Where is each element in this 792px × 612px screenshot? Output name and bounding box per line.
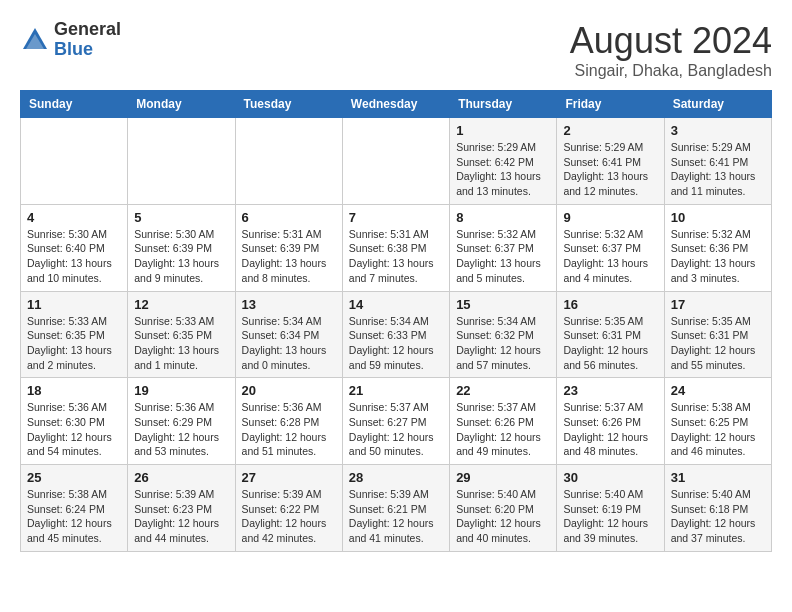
calendar-cell: 16Sunrise: 5:35 AMSunset: 6:31 PMDayligh…	[557, 291, 664, 378]
day-detail: Sunrise: 5:34 AMSunset: 6:33 PMDaylight:…	[349, 314, 443, 373]
day-detail: Sunrise: 5:39 AMSunset: 6:21 PMDaylight:…	[349, 487, 443, 546]
calendar-cell: 6Sunrise: 5:31 AMSunset: 6:39 PMDaylight…	[235, 204, 342, 291]
day-detail: Sunrise: 5:35 AMSunset: 6:31 PMDaylight:…	[671, 314, 765, 373]
day-detail: Sunrise: 5:37 AMSunset: 6:27 PMDaylight:…	[349, 400, 443, 459]
calendar-cell: 9Sunrise: 5:32 AMSunset: 6:37 PMDaylight…	[557, 204, 664, 291]
day-number: 30	[563, 470, 657, 485]
day-number: 22	[456, 383, 550, 398]
day-detail: Sunrise: 5:32 AMSunset: 6:37 PMDaylight:…	[563, 227, 657, 286]
location: Singair, Dhaka, Bangladesh	[570, 62, 772, 80]
calendar-cell: 23Sunrise: 5:37 AMSunset: 6:26 PMDayligh…	[557, 378, 664, 465]
calendar-cell: 11Sunrise: 5:33 AMSunset: 6:35 PMDayligh…	[21, 291, 128, 378]
day-number: 25	[27, 470, 121, 485]
day-number: 3	[671, 123, 765, 138]
day-detail: Sunrise: 5:40 AMSunset: 6:18 PMDaylight:…	[671, 487, 765, 546]
calendar-cell	[128, 118, 235, 205]
day-number: 29	[456, 470, 550, 485]
calendar-cell	[342, 118, 449, 205]
day-detail: Sunrise: 5:29 AMSunset: 6:41 PMDaylight:…	[563, 140, 657, 199]
day-number: 21	[349, 383, 443, 398]
calendar-table: SundayMondayTuesdayWednesdayThursdayFrid…	[20, 90, 772, 552]
day-detail: Sunrise: 5:32 AMSunset: 6:37 PMDaylight:…	[456, 227, 550, 286]
day-number: 5	[134, 210, 228, 225]
day-detail: Sunrise: 5:29 AMSunset: 6:41 PMDaylight:…	[671, 140, 765, 199]
week-row-2: 4Sunrise: 5:30 AMSunset: 6:40 PMDaylight…	[21, 204, 772, 291]
calendar-cell: 27Sunrise: 5:39 AMSunset: 6:22 PMDayligh…	[235, 465, 342, 552]
day-number: 23	[563, 383, 657, 398]
day-detail: Sunrise: 5:29 AMSunset: 6:42 PMDaylight:…	[456, 140, 550, 199]
calendar-cell: 21Sunrise: 5:37 AMSunset: 6:27 PMDayligh…	[342, 378, 449, 465]
calendar-cell: 24Sunrise: 5:38 AMSunset: 6:25 PMDayligh…	[664, 378, 771, 465]
calendar-cell: 26Sunrise: 5:39 AMSunset: 6:23 PMDayligh…	[128, 465, 235, 552]
day-detail: Sunrise: 5:35 AMSunset: 6:31 PMDaylight:…	[563, 314, 657, 373]
week-row-1: 1Sunrise: 5:29 AMSunset: 6:42 PMDaylight…	[21, 118, 772, 205]
weekday-header-thursday: Thursday	[450, 91, 557, 118]
calendar-cell: 5Sunrise: 5:30 AMSunset: 6:39 PMDaylight…	[128, 204, 235, 291]
calendar-cell: 19Sunrise: 5:36 AMSunset: 6:29 PMDayligh…	[128, 378, 235, 465]
day-detail: Sunrise: 5:39 AMSunset: 6:22 PMDaylight:…	[242, 487, 336, 546]
day-detail: Sunrise: 5:36 AMSunset: 6:29 PMDaylight:…	[134, 400, 228, 459]
day-detail: Sunrise: 5:36 AMSunset: 6:28 PMDaylight:…	[242, 400, 336, 459]
day-detail: Sunrise: 5:30 AMSunset: 6:40 PMDaylight:…	[27, 227, 121, 286]
day-number: 10	[671, 210, 765, 225]
day-detail: Sunrise: 5:37 AMSunset: 6:26 PMDaylight:…	[563, 400, 657, 459]
day-detail: Sunrise: 5:38 AMSunset: 6:24 PMDaylight:…	[27, 487, 121, 546]
calendar-cell: 25Sunrise: 5:38 AMSunset: 6:24 PMDayligh…	[21, 465, 128, 552]
calendar-cell: 15Sunrise: 5:34 AMSunset: 6:32 PMDayligh…	[450, 291, 557, 378]
calendar-cell: 17Sunrise: 5:35 AMSunset: 6:31 PMDayligh…	[664, 291, 771, 378]
day-number: 20	[242, 383, 336, 398]
weekday-header-friday: Friday	[557, 91, 664, 118]
day-number: 2	[563, 123, 657, 138]
day-number: 17	[671, 297, 765, 312]
day-detail: Sunrise: 5:31 AMSunset: 6:39 PMDaylight:…	[242, 227, 336, 286]
calendar-cell: 2Sunrise: 5:29 AMSunset: 6:41 PMDaylight…	[557, 118, 664, 205]
day-number: 12	[134, 297, 228, 312]
day-number: 27	[242, 470, 336, 485]
day-detail: Sunrise: 5:31 AMSunset: 6:38 PMDaylight:…	[349, 227, 443, 286]
day-number: 18	[27, 383, 121, 398]
weekday-header-saturday: Saturday	[664, 91, 771, 118]
day-number: 16	[563, 297, 657, 312]
calendar-cell: 4Sunrise: 5:30 AMSunset: 6:40 PMDaylight…	[21, 204, 128, 291]
page-header: General Blue August 2024 Singair, Dhaka,…	[20, 20, 772, 80]
week-row-5: 25Sunrise: 5:38 AMSunset: 6:24 PMDayligh…	[21, 465, 772, 552]
calendar-cell: 3Sunrise: 5:29 AMSunset: 6:41 PMDaylight…	[664, 118, 771, 205]
day-number: 4	[27, 210, 121, 225]
calendar-cell: 18Sunrise: 5:36 AMSunset: 6:30 PMDayligh…	[21, 378, 128, 465]
weekday-header-tuesday: Tuesday	[235, 91, 342, 118]
weekday-header-row: SundayMondayTuesdayWednesdayThursdayFrid…	[21, 91, 772, 118]
day-detail: Sunrise: 5:34 AMSunset: 6:34 PMDaylight:…	[242, 314, 336, 373]
calendar-cell: 22Sunrise: 5:37 AMSunset: 6:26 PMDayligh…	[450, 378, 557, 465]
week-row-3: 11Sunrise: 5:33 AMSunset: 6:35 PMDayligh…	[21, 291, 772, 378]
day-number: 6	[242, 210, 336, 225]
day-number: 24	[671, 383, 765, 398]
calendar-cell: 30Sunrise: 5:40 AMSunset: 6:19 PMDayligh…	[557, 465, 664, 552]
day-number: 1	[456, 123, 550, 138]
calendar-cell: 1Sunrise: 5:29 AMSunset: 6:42 PMDaylight…	[450, 118, 557, 205]
calendar-cell: 31Sunrise: 5:40 AMSunset: 6:18 PMDayligh…	[664, 465, 771, 552]
day-detail: Sunrise: 5:33 AMSunset: 6:35 PMDaylight:…	[134, 314, 228, 373]
day-number: 13	[242, 297, 336, 312]
day-detail: Sunrise: 5:39 AMSunset: 6:23 PMDaylight:…	[134, 487, 228, 546]
day-number: 14	[349, 297, 443, 312]
day-number: 11	[27, 297, 121, 312]
day-number: 7	[349, 210, 443, 225]
day-number: 8	[456, 210, 550, 225]
day-number: 31	[671, 470, 765, 485]
day-detail: Sunrise: 5:33 AMSunset: 6:35 PMDaylight:…	[27, 314, 121, 373]
day-detail: Sunrise: 5:40 AMSunset: 6:20 PMDaylight:…	[456, 487, 550, 546]
day-detail: Sunrise: 5:38 AMSunset: 6:25 PMDaylight:…	[671, 400, 765, 459]
day-detail: Sunrise: 5:30 AMSunset: 6:39 PMDaylight:…	[134, 227, 228, 286]
day-number: 26	[134, 470, 228, 485]
calendar-cell: 29Sunrise: 5:40 AMSunset: 6:20 PMDayligh…	[450, 465, 557, 552]
day-number: 15	[456, 297, 550, 312]
logo-text: General Blue	[54, 20, 121, 60]
weekday-header-monday: Monday	[128, 91, 235, 118]
logo: General Blue	[20, 20, 121, 60]
calendar-cell: 20Sunrise: 5:36 AMSunset: 6:28 PMDayligh…	[235, 378, 342, 465]
calendar-cell: 28Sunrise: 5:39 AMSunset: 6:21 PMDayligh…	[342, 465, 449, 552]
calendar-cell	[21, 118, 128, 205]
day-detail: Sunrise: 5:34 AMSunset: 6:32 PMDaylight:…	[456, 314, 550, 373]
weekday-header-sunday: Sunday	[21, 91, 128, 118]
week-row-4: 18Sunrise: 5:36 AMSunset: 6:30 PMDayligh…	[21, 378, 772, 465]
